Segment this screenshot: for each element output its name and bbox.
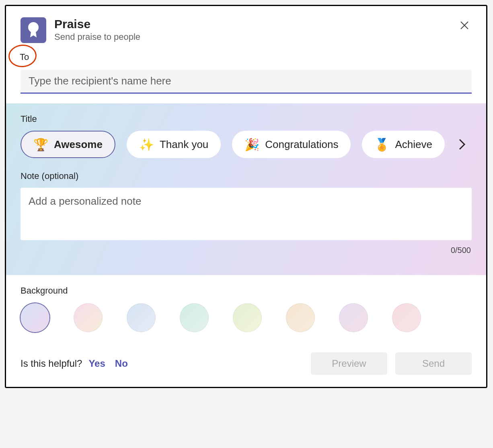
title-chip-awesome[interactable]: 🏆 Awesome bbox=[21, 131, 115, 158]
bg-swatch-5[interactable] bbox=[233, 303, 262, 332]
title-chip-thankyou[interactable]: ✨ Thank you bbox=[127, 131, 221, 158]
praise-modal: Praise Send praise to people To Title 🏆 bbox=[5, 5, 487, 388]
party-icon: 🎉 bbox=[244, 138, 259, 152]
chip-label: Achieve bbox=[395, 138, 432, 151]
title-label: Title bbox=[21, 114, 472, 124]
close-icon bbox=[460, 21, 469, 30]
header-text: Praise Send praise to people bbox=[54, 17, 140, 42]
chip-label: Awesome bbox=[54, 138, 103, 151]
preview-button[interactable]: Preview bbox=[311, 352, 387, 375]
send-button[interactable]: Send bbox=[395, 352, 472, 375]
title-chip-row: 🏆 Awesome ✨ Thank you 🎉 Congratulations … bbox=[21, 131, 472, 158]
bg-swatch-4[interactable] bbox=[180, 303, 209, 332]
chevron-right-icon bbox=[458, 138, 466, 150]
background-swatch-row bbox=[21, 303, 472, 332]
chip-label: Congratulations bbox=[265, 138, 338, 151]
scroll-right-button[interactable] bbox=[452, 135, 472, 154]
background-label: Background bbox=[21, 286, 472, 296]
praise-app-icon bbox=[21, 17, 46, 43]
note-textarea[interactable] bbox=[21, 188, 472, 240]
title-chip-achiever[interactable]: 🏅 Achieve bbox=[362, 131, 445, 158]
title-chips: 🏆 Awesome ✨ Thank you 🎉 Congratulations … bbox=[21, 131, 449, 158]
bg-swatch-1[interactable] bbox=[21, 303, 49, 332]
modal-footer: Is this helpful? Yes No Preview Send bbox=[6, 332, 486, 375]
close-button[interactable] bbox=[456, 17, 472, 33]
bg-swatch-8[interactable] bbox=[392, 303, 421, 332]
note-label: Note (optional) bbox=[21, 171, 472, 181]
bg-swatch-2[interactable] bbox=[74, 303, 103, 332]
helpful-no-button[interactable]: No bbox=[115, 358, 128, 369]
note-char-counter: 0/500 bbox=[21, 246, 472, 255]
helpful-yes-button[interactable]: Yes bbox=[88, 358, 105, 369]
modal-header: Praise Send praise to people bbox=[6, 6, 486, 47]
title-chip-congrats[interactable]: 🎉 Congratulations bbox=[232, 131, 351, 158]
modal-title: Praise bbox=[54, 17, 140, 31]
chip-label: Thank you bbox=[160, 138, 208, 151]
bg-swatch-7[interactable] bbox=[339, 303, 368, 332]
to-section: To bbox=[6, 47, 486, 94]
svg-point-0 bbox=[28, 22, 39, 33]
to-label: To bbox=[17, 52, 29, 62]
background-section: Background bbox=[6, 275, 486, 332]
helpful-question: Is this helpful? bbox=[21, 358, 82, 369]
badge-icon bbox=[26, 21, 41, 39]
gradient-panel: Title 🏆 Awesome ✨ Thank you 🎉 Congratula… bbox=[6, 103, 486, 275]
trophy-icon: 🏆 bbox=[33, 138, 48, 152]
to-label-wrap: To bbox=[17, 52, 29, 62]
recipient-input[interactable] bbox=[21, 70, 472, 94]
medal-icon: 🏅 bbox=[374, 138, 389, 152]
bg-swatch-3[interactable] bbox=[127, 303, 156, 332]
modal-subtitle: Send praise to people bbox=[54, 32, 140, 42]
bg-swatch-6[interactable] bbox=[286, 303, 315, 332]
sparkle-icon: ✨ bbox=[139, 138, 154, 152]
